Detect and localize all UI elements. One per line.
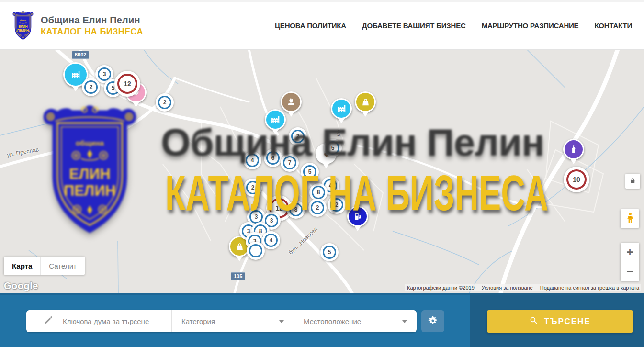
google-logo[interactable]: Google <box>4 280 38 291</box>
nav-add-your-business[interactable]: ДОБАВЕТЕ ВАШИЯТ БИЗНЕС <box>362 22 466 30</box>
cluster-marker[interactable]: 2 <box>156 93 174 112</box>
pegman-button[interactable] <box>621 209 639 228</box>
search-icon <box>529 316 538 327</box>
pegman-icon <box>624 212 636 225</box>
keyword-input[interactable] <box>63 317 167 325</box>
location-select-label: Местоположение <box>304 317 361 325</box>
emblem-name-line2: ПЕЛИН <box>64 182 116 199</box>
pin-marker-shopping-bag[interactable] <box>355 91 376 112</box>
cluster-marker[interactable]: 12 <box>114 71 140 97</box>
gear-icon <box>428 315 438 327</box>
cluster-marker[interactable] <box>247 242 265 260</box>
zoom-control: + − <box>621 243 639 281</box>
cluster-marker[interactable]: 2 <box>82 78 100 96</box>
nav-contacts[interactable]: КОНТАКТИ <box>594 22 632 30</box>
map-type-control: Карта Сателит <box>4 257 85 275</box>
road-number-badge: 105 <box>231 272 245 280</box>
keyword-field[interactable] <box>26 310 171 332</box>
category-select-label: Категория <box>181 317 215 325</box>
map-attribution: Картографски данни ©2019 Условия за полз… <box>405 284 641 291</box>
nav-price-policy[interactable]: ЦЕНОВА ПОЛИТИКА <box>275 22 346 30</box>
cluster-count: 2 <box>158 96 171 109</box>
map-type-map-button[interactable]: Карта <box>4 257 40 275</box>
church-icon <box>565 140 583 158</box>
attribution-copyright: Картографски данни ©2019 <box>407 285 475 291</box>
shopping-bag-icon <box>356 93 374 111</box>
emblem-name-line1: ЕЛИН <box>69 166 110 182</box>
map-type-satellite-button[interactable]: Сателит <box>40 257 85 275</box>
main-nav: ЦЕНОВА ПОЛИТИКА ДОБАВЕТЕ ВАШИЯТ БИЗНЕС М… <box>275 22 632 30</box>
site-subtitle: КАТАЛОГ НА БИЗНЕСА <box>41 27 143 37</box>
emblem-top-text: община <box>20 19 26 21</box>
pin-marker-worker[interactable] <box>281 91 302 112</box>
search-bar: Категория Местоположение ТЪРСЕНЕ <box>0 293 644 347</box>
map-watermark-title: Община Елин Пелин <box>161 123 544 162</box>
category-select[interactable]: Категория <box>171 310 294 332</box>
cluster-count <box>249 244 262 257</box>
nav-route-schedule[interactable]: МАРШРУТНО РАЗПИСАНИЕ <box>482 22 579 30</box>
map-canvas[interactable]: ул. Преславбул. „Новоселци6002105 325122… <box>0 49 644 293</box>
emblem-name-line2: ПЕЛИН <box>17 28 29 32</box>
cluster-count: 5 <box>323 246 336 259</box>
settings-button[interactable] <box>421 310 444 332</box>
map-watermark-subtitle: КАТАЛОГ НА БИЗНЕСА <box>165 168 548 218</box>
worker-icon <box>282 93 300 111</box>
cluster-marker[interactable]: 4 <box>262 231 280 249</box>
cluster-count: 10 <box>566 169 587 190</box>
cluster-marker[interactable]: 10 <box>564 167 589 192</box>
search-button[interactable]: ТЪРСЕНЕ <box>487 310 633 333</box>
site-title-block: Община Елин Пелин КАТАЛОГ НА БИЗНЕСА <box>41 15 143 37</box>
lock-button[interactable] <box>625 174 640 189</box>
cluster-count: 4 <box>264 234 278 247</box>
zoom-in-button[interactable]: + <box>621 243 639 262</box>
cluster-marker[interactable]: 5 <box>320 243 339 261</box>
zoom-out-button[interactable]: − <box>621 262 639 281</box>
pin-marker-factory[interactable] <box>331 98 352 119</box>
cluster-count: 2 <box>84 80 98 94</box>
attribution-terms-link[interactable]: Условия за ползване <box>482 285 533 291</box>
attribution-report-error-link[interactable]: Подаване на сигнал за грешка в картата <box>540 285 639 291</box>
chevron-down-icon <box>402 320 407 325</box>
cluster-count: 12 <box>117 74 137 94</box>
pencil-icon <box>44 315 53 327</box>
search-fields: Категория Местоположение <box>26 310 417 332</box>
search-button-label: ТЪРСЕНЕ <box>544 317 590 326</box>
emblem-name-line1: ЕЛИН <box>18 25 27 28</box>
location-select[interactable]: Местоположение <box>294 310 417 332</box>
emblem-top-text: община <box>76 139 104 147</box>
header: община ЕЛИН ПЕЛИН Община Елин Пелин КАТА… <box>0 0 644 49</box>
pin-marker-church[interactable] <box>563 139 584 160</box>
site-title: Община Елин Пелин <box>41 15 143 26</box>
map-watermark-emblem: община ЕЛИН ПЕЛИН <box>41 103 139 237</box>
road-number-badge: 6002 <box>72 51 89 59</box>
page: община ЕЛИН ПЕЛИН Община Елин Пелин КАТА… <box>0 0 644 347</box>
chevron-down-icon <box>279 320 284 325</box>
municipality-emblem: община ЕЛИН ПЕЛИН <box>12 11 34 41</box>
cluster-count: 3 <box>98 67 111 81</box>
factory-icon <box>332 100 350 118</box>
site-logo[interactable]: община ЕЛИН ПЕЛИН Община Елин Пелин КАТА… <box>12 11 143 41</box>
lock-icon <box>629 177 636 186</box>
